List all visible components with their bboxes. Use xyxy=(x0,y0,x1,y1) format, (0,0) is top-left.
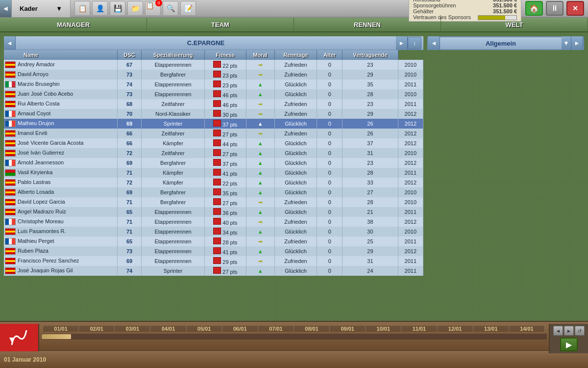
flag-es xyxy=(5,258,16,264)
player-dsc: 72 xyxy=(117,178,142,187)
timeline-nav-right[interactable]: ► xyxy=(564,326,574,336)
table-row[interactable]: Luis Pasamontes R.71Etappenrennen 34 pts… xyxy=(4,227,423,237)
player-fitness: 27 pts xyxy=(204,266,246,276)
table-row[interactable]: Arnaud Coyot70Nord-Klassiker 30 pts➡Zufr… xyxy=(4,109,423,119)
top-icons-bar: 📋 👤 💾 📁 📋 0 🔍 📝 xyxy=(71,1,409,16)
pause-button[interactable]: ⏸ xyxy=(546,1,564,16)
left-panel-sort-icon[interactable]: ↕ xyxy=(408,37,421,50)
table-row[interactable]: Angel Madrazo Ruiz65Etappenrennen 36 pts… xyxy=(4,207,423,217)
player-name-cell: David Arroyo xyxy=(4,70,117,79)
player-fitness: 44 pts xyxy=(204,138,246,148)
timeline-play-button[interactable]: ▶ xyxy=(560,338,578,351)
fitness-pts: 30 pts xyxy=(221,112,237,118)
player-dsc: 69 xyxy=(117,256,142,266)
table-body: Andrey Amador67Etappenrennen 22 pts➡Zufr… xyxy=(4,60,423,276)
table-row[interactable]: Mathieu Drujon69Sprinter 37 pts▲Glücklic… xyxy=(4,119,423,129)
player-alter: 28 xyxy=(343,168,398,178)
table-row[interactable]: Pablo Lastras72Kämpfer 22 pts▲Glücklich0… xyxy=(4,178,423,187)
icon-folder[interactable]: 📁 xyxy=(127,1,143,16)
player-name-cell: José Iván Gutierrez xyxy=(4,148,117,158)
table-row[interactable]: David Arroyo73Bergfahrer 23 pts➡Zufriede… xyxy=(4,70,423,79)
table-row[interactable]: Ruben Plaza73Etappenrennen 41 pts▲Glückl… xyxy=(4,246,423,256)
table-row[interactable]: José Iván Gutierrez72Zeitfahrer 27 pts▲G… xyxy=(4,148,423,158)
icon-badge[interactable]: 📋 0 xyxy=(145,1,161,16)
player-moral: Glücklich xyxy=(274,119,317,129)
right-panel-nav-left[interactable]: ◄ xyxy=(428,36,440,50)
tab-welt[interactable]: WELT xyxy=(441,18,588,31)
table-row[interactable]: Andrey Amador67Etappenrennen 22 pts➡Zufr… xyxy=(4,60,423,70)
player-trend: ▲ xyxy=(246,227,274,237)
table-row[interactable]: Francisco Perez Sanchez69Etappenrennen 2… xyxy=(4,256,423,266)
player-vertragsende: 2011 xyxy=(398,168,423,178)
month-label: 12/01 xyxy=(438,326,473,332)
player-vertragsende: 2012 xyxy=(398,138,423,148)
month-label: 13/01 xyxy=(473,326,509,332)
table-row[interactable]: Alberto Losada69Bergfahrer 35 pts▲Glückl… xyxy=(4,187,423,197)
close-button[interactable]: ✕ xyxy=(566,1,584,16)
fitness-bar-icon xyxy=(213,71,221,78)
tab-manager[interactable]: MANAGER xyxy=(0,18,147,31)
player-alter: 27 xyxy=(343,187,398,197)
player-vertragsende: 2012 xyxy=(398,158,423,168)
left-panel-nav-right[interactable]: ► xyxy=(396,36,408,50)
flag-es xyxy=(5,267,16,274)
right-panel-nav-right[interactable]: ► xyxy=(571,36,583,50)
table-row[interactable]: José Joaquin Rojas Gil74Sprinter 27 pts▲… xyxy=(4,266,423,276)
player-trend: ▲ xyxy=(246,266,274,276)
player-fitness: 34 pts xyxy=(204,227,246,237)
icon-search[interactable]: 🔍 xyxy=(163,1,178,16)
timeline-months: 01/0102/0103/0104/0105/0106/0107/0108/01… xyxy=(43,326,545,332)
timeline-reset[interactable]: ↺ xyxy=(575,326,585,336)
player-name: Vasil Kiryienka xyxy=(18,169,52,175)
table-row[interactable]: Vasil Kiryienka71Kämpfer 41 pts▲Glücklic… xyxy=(4,168,423,178)
right-panel-dropdown-arrow[interactable]: ▼ xyxy=(562,36,571,50)
table-row[interactable]: Juan José Cobo Acebo73Etappenrennen 46 p… xyxy=(4,89,423,99)
table-row[interactable]: José Vicente Garcia Acosta66Kämpfer 44 p… xyxy=(4,138,423,148)
table-row[interactable]: David Lopez Garcia71Bergfahrer 27 pts➡Zu… xyxy=(4,197,423,207)
icon-profile[interactable]: 👤 xyxy=(92,1,108,16)
player-vertragsende: 2011 xyxy=(398,79,423,89)
player-name: José Iván Gutierrez xyxy=(18,150,64,156)
squad-data-table: Name DSC Spezialisierung Fitness Moral R… xyxy=(4,50,423,276)
icon-save[interactable]: 💾 xyxy=(110,1,125,16)
table-row[interactable]: Imanol Erviti66Zeitfahrer 27 pts➡Zufried… xyxy=(4,129,423,138)
player-vertragsende: 2012 xyxy=(398,217,423,227)
player-dsc: 65 xyxy=(117,207,142,217)
player-moral: Glücklich xyxy=(274,89,317,99)
player-moral: Zufrieden xyxy=(274,70,317,79)
player-renntage: 0 xyxy=(317,70,343,79)
fitness-pts: 36 pts xyxy=(221,210,237,216)
player-renntage: 0 xyxy=(317,187,343,197)
month-label: 14/01 xyxy=(509,326,545,332)
gehalter-label: Gehälter xyxy=(413,8,434,14)
kader-dropdown[interactable]: Kader ▼ xyxy=(12,0,71,17)
left-panel-nav-left[interactable]: ◄ xyxy=(4,36,16,50)
player-trend: ▲ xyxy=(246,187,274,197)
table-row[interactable]: Christophe Moreau71Etappenrennen 40 pts➡… xyxy=(4,217,423,227)
flag-it xyxy=(5,81,16,88)
home-button[interactable]: 🏠 xyxy=(525,1,543,16)
player-name-cell: Francisco Perez Sanchez xyxy=(4,256,117,266)
nav-left-arrow[interactable]: ◄ xyxy=(0,0,12,17)
tab-team[interactable]: TEAM xyxy=(147,18,294,31)
fitness-pts: 27 pts xyxy=(221,269,237,275)
table-row[interactable]: Marzio Bruseghin74Etappenrennen 23 pts▲G… xyxy=(4,79,423,89)
flag-es xyxy=(5,71,16,78)
player-name: Imanol Erviti xyxy=(18,130,48,136)
player-renntage: 0 xyxy=(317,79,343,89)
table-row[interactable]: Rui Alberto Costa68Zeitfahrer 46 pts➡Zuf… xyxy=(4,99,423,109)
tab-rennen[interactable]: RENNEN xyxy=(294,18,441,31)
player-renntage: 0 xyxy=(317,237,343,246)
player-vertragsende: 2010 xyxy=(398,227,423,237)
table-row[interactable]: Arnold Jeannesson69Bergfahrer 37 pts▲Glü… xyxy=(4,158,423,168)
timeline-nav-left[interactable]: ◄ xyxy=(553,326,563,336)
icon-clipboard[interactable]: 📋 xyxy=(74,1,90,16)
player-renntage: 0 xyxy=(317,207,343,217)
table-row[interactable]: Mathieu Perget65Etappenrennen 28 pts➡Zuf… xyxy=(4,237,423,246)
col-header-spec: Spezialisierung xyxy=(142,50,204,60)
top-bar: ◄ Kader ▼ 📋 👤 💾 📁 📋 0 🔍 📝 Kontostand 351… xyxy=(0,0,588,18)
icon-notes[interactable]: 📝 xyxy=(180,1,196,16)
player-renntage: 0 xyxy=(317,138,343,148)
player-trend: ▲ xyxy=(246,207,274,217)
player-fitness: 27 pts xyxy=(204,197,246,207)
